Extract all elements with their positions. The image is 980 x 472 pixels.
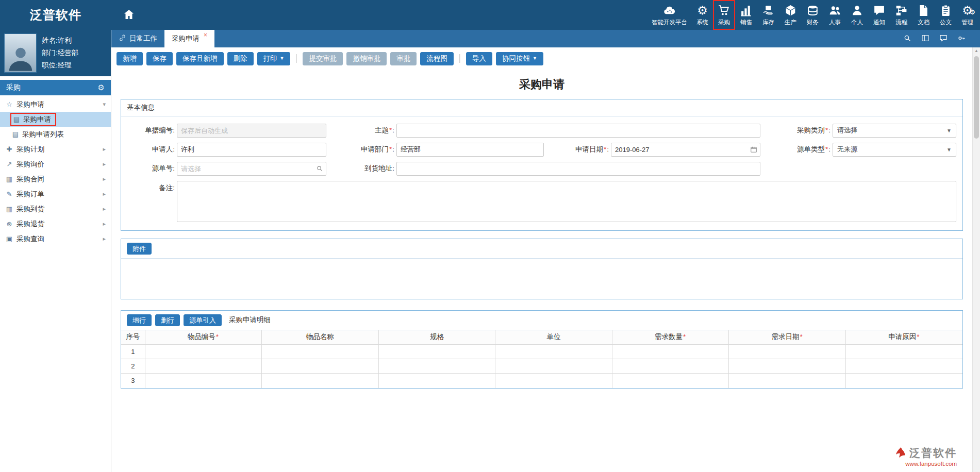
detail-section: 增行 删行 源单引入 采购申请明细 序号 物品编号* 物品名称 规格 [121,310,963,389]
module-personal[interactable]: 个人 [846,0,868,30]
cell[interactable] [495,345,612,359]
category-select[interactable]: 请选择 ▼ [833,124,956,138]
subject-field[interactable] [396,124,760,138]
contract-icon: ▦ [5,175,13,183]
sidebar-item-purchase-return[interactable]: ⊗ 采购退货 ▸ [0,216,111,231]
cell[interactable] [845,359,962,374]
sidebar-menu: ☆ 采购申请 ▾ ▤ 采购申请 ▤ 采购申请列表 ✚ 采购计划 ▸ ↗ [0,97,111,246]
subject-label: 主题*: [328,126,394,135]
module-admin[interactable]: ⚙⚙ 管理 [957,0,978,30]
add-row-button[interactable]: 增行 [127,314,152,326]
toolbar: 新增 保存 保存且新增 删除 打印 ▼ 提交审批 撤销审批 审批 流程图 导入 … [111,47,972,69]
cell[interactable] [262,345,379,359]
home-button[interactable] [123,8,135,22]
cell[interactable] [262,374,379,388]
cell[interactable] [495,359,612,374]
new-button[interactable]: 新增 [117,52,143,65]
cell[interactable] [845,345,962,359]
applicant-field[interactable] [177,143,326,157]
cell[interactable] [262,359,379,374]
sidebar-item-purchase-request-list[interactable]: ▤ 采购申请列表 [0,127,111,142]
arrival-icon: ▥ [5,205,13,213]
print-button[interactable]: 打印 ▼ [257,52,291,65]
cell[interactable] [378,345,495,359]
sidebar-item-purchase-query[interactable]: ▣ 采购查询 ▸ [0,231,111,246]
module-sales[interactable]: 销售 [735,0,757,30]
return-icon: ⊗ [5,220,13,228]
source-type-select[interactable]: 无来源 ▼ [833,143,956,157]
collaborate-button[interactable]: 协同按钮 ▼ [496,52,543,65]
import-button[interactable]: 导入 [466,52,492,65]
save-and-new-button[interactable]: 保存且新增 [176,52,224,65]
address-field[interactable] [396,162,760,176]
cell[interactable] [145,359,262,374]
import-source-button[interactable]: 源单引入 [184,314,222,326]
module-production[interactable]: 生产 [779,0,802,30]
module-system[interactable]: ⚙ 系统 [692,0,713,30]
caret-down-icon: ▼ [280,56,285,61]
module-inventory[interactable]: 库存 [757,0,779,30]
flowchart-button[interactable]: 流程图 [420,52,454,65]
remark-field[interactable] [177,181,956,222]
toolbar-separator [459,54,460,63]
cell[interactable] [145,345,262,359]
attachment-button[interactable]: 附件 [127,243,152,255]
sidebar-item-purchase-inquiry[interactable]: ↗ 采购询价 ▸ [0,157,111,172]
source-no-field[interactable] [177,162,326,176]
top-header: 泛普软件 智能开发平台 ⚙ 系统 采购 销售 库存 [0,0,980,30]
sidebar-group-purchase-request[interactable]: ☆ 采购申请 ▾ [0,97,111,112]
cell[interactable] [495,374,612,388]
module-official[interactable]: 公文 [935,0,957,30]
vertical-scrollbar: ▲ [972,47,980,472]
document-icon [917,4,930,18]
sidebar-item-purchase-order[interactable]: ✎ 采购订单 ▸ [0,187,111,201]
tab-purchase-request[interactable]: 采购申请 × [164,30,214,47]
module-hr[interactable]: 人事 [824,0,846,30]
module-docs[interactable]: 文档 [912,0,935,30]
cell[interactable] [612,374,729,388]
delete-row-button[interactable]: 删行 [155,314,180,326]
cell[interactable] [378,374,495,388]
cell[interactable] [845,374,962,388]
chevron-down-icon: ▾ [103,101,106,108]
dept-field[interactable] [396,143,544,157]
date-label: 申请日期*: [546,145,609,154]
cell[interactable] [378,359,495,374]
cell[interactable] [145,374,262,388]
sidebar-item-purchase-contract[interactable]: ▦ 采购合同 ▸ [0,172,111,187]
query-icon: ▣ [5,235,13,243]
module-notice[interactable]: 通知 [868,0,890,30]
settings-gear-icon[interactable]: ⚙ [98,83,105,92]
panels-icon[interactable] [921,34,929,44]
message-icon[interactable] [939,34,948,44]
delete-button[interactable]: 删除 [227,52,254,65]
tab-daily-work[interactable]: 日常工作 [111,30,164,47]
search-icon[interactable] [316,165,323,172]
sidebar-item-purchase-arrival[interactable]: ▥ 采购到货 ▸ [0,201,111,216]
search-icon[interactable] [903,34,911,44]
link-icon [119,34,126,43]
scrollbar-thumb[interactable] [974,56,979,139]
date-field[interactable] [611,143,760,157]
footer-logo-mark-icon [894,446,907,460]
cell[interactable] [729,359,846,374]
cell[interactable] [612,359,729,374]
cell[interactable] [729,374,846,388]
module-procurement[interactable]: 采购 [713,0,735,30]
sidebar-item-purchase-plan[interactable]: ✚ 采购计划 ▸ [0,142,111,157]
module-dev-platform[interactable]: 智能开发平台 [647,0,692,30]
calendar-icon[interactable] [750,146,757,153]
module-finance[interactable]: 财务 [802,0,824,30]
cell[interactable] [729,345,846,359]
module-workflow[interactable]: 流程 [890,0,912,30]
cell[interactable] [612,345,729,359]
doc-no-field [177,124,326,138]
table-row: 2 [121,359,962,374]
key-icon[interactable] [957,34,966,44]
sidebar-item-purchase-request[interactable]: ▤ 采购申请 [0,112,111,127]
footer-logo-text: 泛普软件 [909,446,957,460]
official-doc-icon [939,4,952,18]
close-icon[interactable]: × [204,31,207,39]
save-button[interactable]: 保存 [146,52,173,65]
scroll-up-arrow[interactable]: ▲ [973,47,980,55]
